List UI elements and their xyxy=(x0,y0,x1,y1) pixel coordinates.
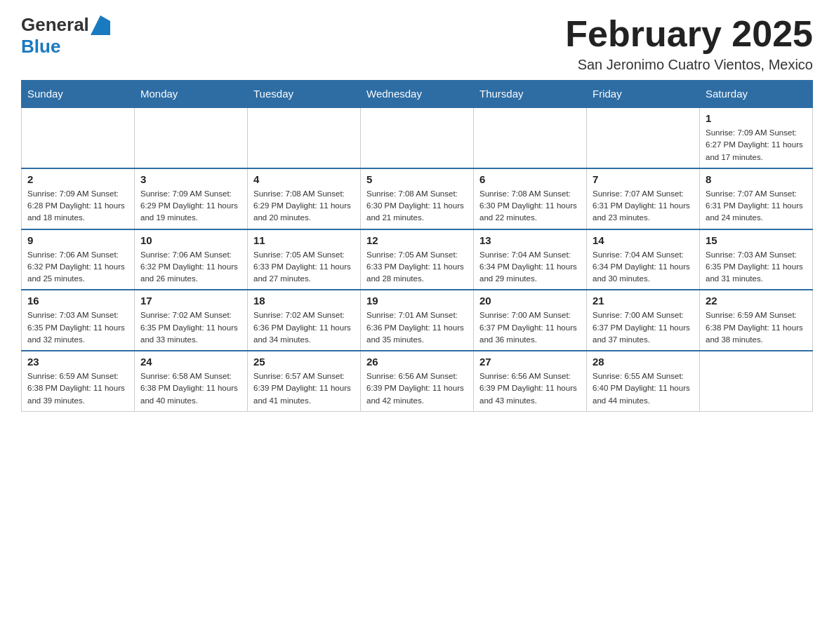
day-number: 15 xyxy=(706,234,807,246)
calendar-cell xyxy=(700,351,813,411)
calendar-cell: 24Sunrise: 6:58 AM Sunset: 6:38 PM Dayli… xyxy=(135,351,248,411)
day-number: 17 xyxy=(140,295,241,307)
calendar-week-4: 16Sunrise: 7:03 AM Sunset: 6:35 PM Dayli… xyxy=(22,290,813,351)
calendar-cell: 12Sunrise: 7:05 AM Sunset: 6:33 PM Dayli… xyxy=(361,229,474,290)
calendar-cell: 2Sunrise: 7:09 AM Sunset: 6:28 PM Daylig… xyxy=(22,168,135,229)
day-number: 6 xyxy=(479,173,581,185)
day-number: 22 xyxy=(706,295,807,307)
calendar-cell: 3Sunrise: 7:09 AM Sunset: 6:29 PM Daylig… xyxy=(135,168,248,229)
day-info: Sunrise: 6:56 AM Sunset: 6:39 PM Dayligh… xyxy=(366,370,468,407)
day-number: 12 xyxy=(366,234,468,246)
day-info: Sunrise: 7:05 AM Sunset: 6:33 PM Dayligh… xyxy=(366,249,468,286)
calendar-cell xyxy=(248,107,361,168)
calendar-week-2: 2Sunrise: 7:09 AM Sunset: 6:28 PM Daylig… xyxy=(22,168,813,229)
calendar-cell xyxy=(361,107,474,168)
day-number: 25 xyxy=(253,356,355,368)
day-number: 14 xyxy=(593,234,694,246)
day-info: Sunrise: 7:08 AM Sunset: 6:30 PM Dayligh… xyxy=(479,188,581,224)
day-info: Sunrise: 7:07 AM Sunset: 6:31 PM Dayligh… xyxy=(593,188,694,224)
calendar-cell: 1Sunrise: 7:09 AM Sunset: 6:27 PM Daylig… xyxy=(700,107,813,168)
day-number: 7 xyxy=(593,173,694,185)
column-header-monday: Monday xyxy=(135,81,248,108)
column-header-saturday: Saturday xyxy=(700,81,813,108)
calendar-cell: 18Sunrise: 7:02 AM Sunset: 6:36 PM Dayli… xyxy=(248,290,361,351)
day-info: Sunrise: 7:09 AM Sunset: 6:27 PM Dayligh… xyxy=(706,127,807,163)
calendar-cell: 10Sunrise: 7:06 AM Sunset: 6:32 PM Dayli… xyxy=(135,229,248,290)
column-header-sunday: Sunday xyxy=(22,81,135,108)
day-info: Sunrise: 7:01 AM Sunset: 6:36 PM Dayligh… xyxy=(366,309,468,346)
day-info: Sunrise: 7:09 AM Sunset: 6:28 PM Dayligh… xyxy=(27,188,128,224)
day-info: Sunrise: 7:03 AM Sunset: 6:35 PM Dayligh… xyxy=(706,249,807,286)
calendar-cell: 6Sunrise: 7:08 AM Sunset: 6:30 PM Daylig… xyxy=(474,168,587,229)
title-section: February 2025 San Jeronimo Cuatro Viento… xyxy=(565,14,813,73)
logo: General Blue xyxy=(21,14,110,58)
calendar-week-5: 23Sunrise: 6:59 AM Sunset: 6:38 PM Dayli… xyxy=(22,351,813,411)
calendar-week-3: 9Sunrise: 7:06 AM Sunset: 6:32 PM Daylig… xyxy=(22,229,813,290)
day-number: 19 xyxy=(366,295,468,307)
day-info: Sunrise: 7:02 AM Sunset: 6:36 PM Dayligh… xyxy=(253,309,355,346)
calendar-cell: 16Sunrise: 7:03 AM Sunset: 6:35 PM Dayli… xyxy=(22,290,135,351)
day-number: 13 xyxy=(479,234,581,246)
day-number: 1 xyxy=(706,112,807,124)
day-info: Sunrise: 6:56 AM Sunset: 6:39 PM Dayligh… xyxy=(479,370,581,407)
calendar-cell: 25Sunrise: 6:57 AM Sunset: 6:39 PM Dayli… xyxy=(248,351,361,411)
day-info: Sunrise: 7:00 AM Sunset: 6:37 PM Dayligh… xyxy=(479,309,581,346)
logo-icon xyxy=(91,15,110,35)
day-info: Sunrise: 7:04 AM Sunset: 6:34 PM Dayligh… xyxy=(593,249,694,286)
day-number: 18 xyxy=(253,295,355,307)
calendar-cell: 27Sunrise: 6:56 AM Sunset: 6:39 PM Dayli… xyxy=(474,351,587,411)
day-number: 9 xyxy=(27,234,128,246)
day-info: Sunrise: 6:55 AM Sunset: 6:40 PM Dayligh… xyxy=(593,370,694,407)
calendar-cell: 17Sunrise: 7:02 AM Sunset: 6:35 PM Dayli… xyxy=(135,290,248,351)
column-header-thursday: Thursday xyxy=(474,81,587,108)
day-info: Sunrise: 7:03 AM Sunset: 6:35 PM Dayligh… xyxy=(27,309,128,346)
day-info: Sunrise: 6:57 AM Sunset: 6:39 PM Dayligh… xyxy=(253,370,355,407)
day-info: Sunrise: 7:08 AM Sunset: 6:30 PM Dayligh… xyxy=(366,188,468,224)
calendar-table: SundayMondayTuesdayWednesdayThursdayFrid… xyxy=(21,80,813,412)
day-info: Sunrise: 7:05 AM Sunset: 6:33 PM Dayligh… xyxy=(253,249,355,286)
calendar-cell xyxy=(474,107,587,168)
day-info: Sunrise: 7:00 AM Sunset: 6:37 PM Dayligh… xyxy=(593,309,694,346)
day-info: Sunrise: 6:59 AM Sunset: 6:38 PM Dayligh… xyxy=(27,370,128,407)
day-number: 28 xyxy=(593,356,694,368)
calendar-cell: 4Sunrise: 7:08 AM Sunset: 6:29 PM Daylig… xyxy=(248,168,361,229)
day-info: Sunrise: 7:07 AM Sunset: 6:31 PM Dayligh… xyxy=(706,188,807,224)
day-number: 11 xyxy=(253,234,355,246)
day-number: 8 xyxy=(706,173,807,185)
day-number: 26 xyxy=(366,356,468,368)
day-number: 4 xyxy=(253,173,355,185)
calendar-cell: 14Sunrise: 7:04 AM Sunset: 6:34 PM Dayli… xyxy=(587,229,700,290)
calendar-cell: 9Sunrise: 7:06 AM Sunset: 6:32 PM Daylig… xyxy=(22,229,135,290)
day-number: 3 xyxy=(140,173,241,185)
day-number: 10 xyxy=(140,234,241,246)
day-info: Sunrise: 7:06 AM Sunset: 6:32 PM Dayligh… xyxy=(27,249,128,286)
calendar-header-row: SundayMondayTuesdayWednesdayThursdayFrid… xyxy=(22,81,813,108)
day-info: Sunrise: 6:59 AM Sunset: 6:38 PM Dayligh… xyxy=(706,309,807,346)
day-info: Sunrise: 6:58 AM Sunset: 6:38 PM Dayligh… xyxy=(140,370,241,407)
day-info: Sunrise: 7:04 AM Sunset: 6:34 PM Dayligh… xyxy=(479,249,581,286)
calendar-cell: 7Sunrise: 7:07 AM Sunset: 6:31 PM Daylig… xyxy=(587,168,700,229)
month-title: February 2025 xyxy=(565,14,813,54)
calendar-cell: 20Sunrise: 7:00 AM Sunset: 6:37 PM Dayli… xyxy=(474,290,587,351)
calendar-cell: 8Sunrise: 7:07 AM Sunset: 6:31 PM Daylig… xyxy=(700,168,813,229)
day-info: Sunrise: 7:06 AM Sunset: 6:32 PM Dayligh… xyxy=(140,249,241,286)
calendar-cell: 26Sunrise: 6:56 AM Sunset: 6:39 PM Dayli… xyxy=(361,351,474,411)
day-info: Sunrise: 7:08 AM Sunset: 6:29 PM Dayligh… xyxy=(253,188,355,224)
calendar-cell: 23Sunrise: 6:59 AM Sunset: 6:38 PM Dayli… xyxy=(22,351,135,411)
day-number: 5 xyxy=(366,173,468,185)
day-number: 2 xyxy=(27,173,128,185)
calendar-cell: 22Sunrise: 6:59 AM Sunset: 6:38 PM Dayli… xyxy=(700,290,813,351)
calendar-cell: 15Sunrise: 7:03 AM Sunset: 6:35 PM Dayli… xyxy=(700,229,813,290)
calendar-cell xyxy=(135,107,248,168)
calendar-cell: 28Sunrise: 6:55 AM Sunset: 6:40 PM Dayli… xyxy=(587,351,700,411)
column-header-friday: Friday xyxy=(587,81,700,108)
day-number: 20 xyxy=(479,295,581,307)
day-number: 21 xyxy=(593,295,694,307)
calendar-cell: 5Sunrise: 7:08 AM Sunset: 6:30 PM Daylig… xyxy=(361,168,474,229)
calendar-week-1: 1Sunrise: 7:09 AM Sunset: 6:27 PM Daylig… xyxy=(22,107,813,168)
logo-general-text: General xyxy=(21,14,89,36)
calendar-cell xyxy=(22,107,135,168)
day-number: 24 xyxy=(140,356,241,368)
day-number: 27 xyxy=(479,356,581,368)
column-header-tuesday: Tuesday xyxy=(248,81,361,108)
